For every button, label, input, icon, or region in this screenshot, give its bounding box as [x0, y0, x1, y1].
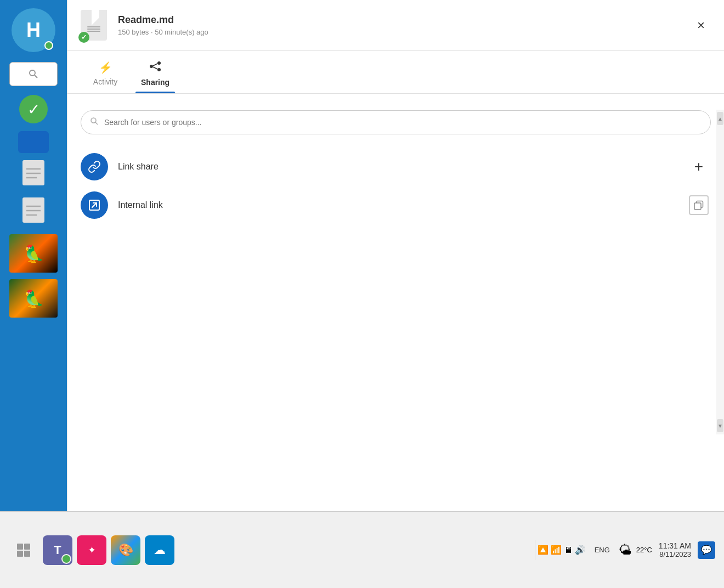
file-icon-line [87, 29, 100, 30]
file-info: Readme.md 150 bytes · 50 minute(s) ago [118, 14, 691, 36]
avatar-letter: H [26, 19, 41, 42]
svg-point-15 [91, 118, 96, 123]
wifi-icon: 📶 [551, 545, 562, 555]
search-icon [28, 69, 39, 80]
sidebar-item-doc1[interactable] [18, 160, 49, 190]
sidebar-search-button[interactable] [9, 62, 58, 86]
taskbar-right: 🔼 📶 🖥 🔊 ENG 🌤 22°C 11:31 AM 8/11/2023 💬 [538, 535, 715, 565]
main-panel: ✓ Readme.md 150 bytes · 50 minute(s) ago… [67, 0, 724, 511]
svg-rect-22 [17, 551, 23, 557]
add-icon: + [694, 158, 703, 176]
search-bar-icon [90, 117, 99, 128]
taskbar-icon-3: 🖥 [564, 545, 573, 555]
svg-rect-19 [694, 203, 701, 210]
svg-line-18 [92, 203, 97, 207]
search-users-input[interactable] [104, 118, 702, 127]
panel-header: ✓ Readme.md 150 bytes · 50 minute(s) ago… [67, 0, 724, 51]
paint-button[interactable]: 🎨 [111, 535, 140, 565]
language-display[interactable]: ENG [592, 535, 612, 565]
volume-icon: 🔊 [575, 545, 586, 555]
file-icon-line [87, 26, 100, 27]
svg-rect-21 [24, 544, 30, 550]
check-icon: ✓ [19, 95, 48, 123]
svg-point-10 [157, 61, 161, 65]
link-share-item[interactable]: Link share + [81, 148, 711, 186]
avatar[interactable]: H [12, 8, 55, 52]
svg-line-14 [153, 67, 157, 69]
system-tray: 🔼 📶 🖥 🔊 [538, 545, 586, 555]
nextcloud-button[interactable]: ☁ [145, 535, 174, 565]
link-share-icon [81, 153, 108, 180]
scroll-down-button[interactable]: ▼ [717, 419, 723, 432]
weather-icon: 🌤 [619, 542, 632, 558]
link-share-label: Link share [118, 162, 687, 172]
clock-time: 11:31 AM [659, 541, 691, 550]
svg-line-13 [153, 64, 157, 66]
nextcloud-icon: ☁ [154, 543, 166, 557]
copy-icon [689, 195, 709, 215]
weather-display: 🌤 22°C [619, 542, 652, 558]
doc-icon-1 [21, 159, 46, 191]
search-bar[interactable] [81, 110, 711, 134]
close-button[interactable]: × [691, 15, 711, 35]
activity-icon: ⚡ [99, 61, 112, 74]
time-display: 11:31 AM 8/11/2023 [659, 541, 691, 558]
teams-badge [61, 554, 71, 564]
file-name: Readme.md [118, 14, 691, 26]
internal-link-item[interactable]: Internal link [81, 186, 711, 224]
tab-activity-label: Activity [93, 77, 117, 86]
sidebar-item-check[interactable]: ✓ [18, 94, 49, 125]
svg-line-1 [35, 75, 37, 78]
desktop: H ✓ [0, 0, 724, 511]
svg-point-0 [30, 70, 35, 76]
online-status-dot [44, 41, 53, 50]
content-area: Link share + Internal link [67, 94, 724, 241]
clock-date: 8/11/2023 [659, 550, 691, 558]
taskbar: T ✦ 🎨 ☁ 🔼 📶 🖥 🔊 ENG 🌤 22°C 11:31 AM 8/ [0, 511, 724, 588]
sidebar-item-doc2[interactable] [18, 197, 49, 228]
svg-rect-23 [24, 551, 30, 557]
notification-button[interactable]: 💬 [698, 541, 715, 559]
file-icon-lines [87, 26, 100, 32]
show-desktop-button[interactable] [9, 535, 38, 565]
svg-line-16 [95, 122, 98, 125]
taskbar-divider [535, 540, 535, 560]
scrollbar: ▲ ▼ [716, 110, 724, 434]
tab-activity[interactable]: ⚡ Activity [81, 51, 130, 93]
svg-rect-20 [17, 544, 23, 550]
tab-sharing[interactable]: Sharing [130, 51, 180, 93]
internal-link-icon [81, 191, 108, 219]
notification-icon-symbol: 💬 [701, 545, 712, 555]
internal-link-copy-button[interactable] [687, 193, 711, 217]
doc-icon-2 [21, 196, 46, 229]
tabs-container: ⚡ Activity Sharing [67, 51, 724, 94]
teams-button[interactable]: T [43, 535, 72, 565]
teams-icon: T [54, 543, 61, 557]
file-status-check-icon: ✓ [78, 32, 89, 43]
sidebar: H ✓ [0, 0, 67, 511]
sidebar-thumbnail-2[interactable]: 🦜 [9, 279, 58, 318]
craft-button[interactable]: ✦ [77, 535, 106, 565]
file-meta: 150 bytes · 50 minute(s) ago [118, 28, 691, 36]
svg-point-11 [150, 65, 153, 68]
taskbar-apps: T ✦ 🎨 ☁ [9, 535, 533, 565]
sharing-icon [149, 61, 161, 75]
tab-sharing-label: Sharing [141, 78, 169, 87]
file-icon-wrapper: ✓ [81, 10, 107, 41]
internal-link-label: Internal link [118, 200, 687, 210]
paint-icon: 🎨 [118, 543, 133, 557]
link-share-add-button[interactable]: + [687, 155, 711, 179]
sidebar-item-active[interactable] [18, 131, 49, 153]
temperature-label: 22°C [636, 546, 652, 554]
craft-icon: ✦ [88, 544, 96, 556]
sidebar-thumbnail-1[interactable]: 🦜 [9, 234, 58, 273]
network-icon: 🔼 [538, 545, 548, 555]
svg-point-12 [157, 68, 161, 71]
file-icon-line [87, 31, 100, 32]
scroll-up-button[interactable]: ▲ [717, 112, 723, 125]
